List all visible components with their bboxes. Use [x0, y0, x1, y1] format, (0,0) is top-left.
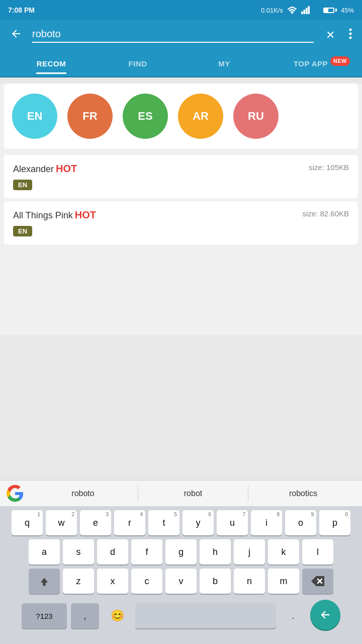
key-z[interactable]: z — [63, 569, 94, 594]
suggestion-divider-1 — [138, 486, 138, 501]
lang-ru[interactable]: RU — [233, 94, 279, 139]
tab-bar: RECOM FIND MY TOP APP New — [0, 50, 362, 76]
battery-percent: 45% — [341, 7, 354, 14]
search-input-container[interactable]: roboto — [32, 28, 314, 43]
lang-ar[interactable]: AR — [178, 94, 223, 139]
search-query[interactable]: roboto — [32, 28, 314, 40]
key-r[interactable]: 4r — [114, 510, 145, 535]
space-key[interactable] — [135, 603, 276, 628]
key-f[interactable]: f — [131, 539, 162, 565]
back-button[interactable] — [8, 26, 24, 45]
svg-point-6 — [349, 29, 352, 31]
key-o[interactable]: 9o — [285, 510, 316, 535]
num-sym-key[interactable]: ?123 — [22, 603, 67, 628]
svg-point-8 — [349, 37, 352, 39]
key-c[interactable]: c — [131, 569, 162, 594]
font-item-all-things-pink[interactable]: All Things PinkHOT size: 82.60KB EN — [4, 201, 358, 245]
more-options-button[interactable] — [347, 26, 354, 44]
font-title-row-2: All Things PinkHOT — [13, 209, 96, 221]
key-k[interactable]: k — [268, 539, 299, 565]
google-logo — [6, 485, 24, 503]
key-l[interactable]: l — [302, 539, 333, 565]
status-bar: 7:08 PM 0.01K/s 45% — [0, 0, 362, 20]
svg-point-0 — [292, 13, 293, 14]
font-size-1: size: 105KB — [309, 163, 349, 172]
key-u[interactable]: 7u — [217, 510, 248, 535]
main-content: EN FR ES AR RU AlexanderHOT size: 105KB … — [0, 84, 362, 335]
key-p[interactable]: 0p — [319, 510, 350, 535]
tab-top-app[interactable]: TOP APP New — [267, 53, 354, 74]
font-title-row: AlexanderHOT — [13, 163, 77, 175]
font-lang-tag-1: EN — [13, 180, 32, 190]
wifi-icon — [287, 6, 297, 14]
hot-badge-1: HOT — [56, 163, 77, 174]
tab-find[interactable]: FIND — [95, 53, 181, 74]
tab-divider — [0, 76, 362, 77]
key-m[interactable]: m — [268, 569, 299, 594]
suggestion-robotics[interactable]: robotics — [250, 485, 356, 502]
key-row-2: a s d f g h j k l — [2, 539, 360, 565]
font-size-2: size: 82.60KB — [302, 209, 349, 218]
emoji-key[interactable]: 😊 — [103, 603, 131, 628]
key-v[interactable]: v — [165, 569, 197, 594]
lang-en[interactable]: EN — [12, 94, 57, 139]
key-h[interactable]: h — [200, 539, 231, 565]
tab-recom[interactable]: RECOM — [8, 53, 95, 74]
keyboard: roboto robot robotics 1q 2w 3e 4r 5t 6y … — [0, 480, 362, 644]
key-e[interactable]: 3e — [80, 510, 111, 535]
charging-icon — [314, 6, 319, 14]
status-right: 0.01K/s 45% — [261, 6, 354, 14]
key-a[interactable]: a — [29, 539, 60, 565]
backspace-key[interactable] — [302, 569, 333, 594]
key-row-1: 1q 2w 3e 4r 5t 6y 7u 8i 9o 0p — [2, 510, 360, 535]
keyboard-keys: 1q 2w 3e 4r 5t 6y 7u 8i 9o 0p a s d f g … — [0, 506, 362, 644]
suggestion-roboto[interactable]: roboto — [30, 485, 136, 502]
key-w[interactable]: 2w — [46, 510, 77, 535]
font-name: Alexander — [13, 164, 54, 174]
tab-my[interactable]: MY — [181, 53, 267, 74]
enter-key[interactable] — [310, 600, 340, 630]
svg-rect-1 — [301, 12, 303, 14]
key-n[interactable]: n — [234, 569, 265, 594]
font-item-alexander[interactable]: AlexanderHOT size: 105KB EN — [4, 155, 358, 198]
shift-key[interactable] — [29, 569, 60, 594]
language-row: EN FR ES AR RU — [4, 84, 358, 149]
signal-icon — [301, 6, 310, 14]
key-s[interactable]: s — [63, 539, 94, 565]
key-q[interactable]: 1q — [12, 510, 43, 535]
network-speed: 0.01K/s — [261, 7, 283, 14]
search-bar: roboto ✕ — [0, 20, 362, 50]
key-g[interactable]: g — [165, 539, 197, 565]
key-d[interactable]: d — [97, 539, 128, 565]
dot-key[interactable]: . — [280, 603, 306, 628]
comma-key[interactable]: , — [71, 603, 99, 628]
key-y[interactable]: 6y — [183, 510, 214, 535]
status-time: 7:08 PM — [8, 6, 35, 14]
new-badge: New — [330, 56, 350, 66]
suggestion-divider-2 — [248, 486, 248, 501]
key-row-4: ?123 , 😊 . — [2, 598, 360, 640]
key-i[interactable]: 8i — [251, 510, 282, 535]
suggestion-robot[interactable]: robot — [140, 485, 246, 502]
svg-rect-2 — [304, 10, 306, 14]
key-t[interactable]: 5t — [148, 510, 179, 535]
battery-icon — [323, 8, 337, 13]
svg-point-7 — [349, 33, 352, 35]
key-j[interactable]: j — [234, 539, 265, 565]
font-item-header-2: All Things PinkHOT size: 82.60KB — [13, 209, 349, 221]
svg-rect-4 — [308, 6, 310, 14]
lang-fr[interactable]: FR — [67, 94, 113, 139]
lang-es[interactable]: ES — [123, 94, 168, 139]
clear-button[interactable]: ✕ — [322, 27, 339, 44]
font-name-2: All Things Pink — [13, 210, 73, 220]
hot-badge-2: HOT — [75, 209, 96, 220]
key-b[interactable]: b — [200, 569, 231, 594]
svg-rect-3 — [306, 8, 308, 14]
svg-marker-5 — [315, 6, 318, 14]
font-lang-tag-2: EN — [13, 226, 32, 236]
key-x[interactable]: x — [97, 569, 128, 594]
key-row-3: z x c v b n m — [2, 569, 360, 594]
font-item-header: AlexanderHOT size: 105KB — [13, 163, 349, 175]
suggestions-bar: roboto robot robotics — [0, 480, 362, 506]
